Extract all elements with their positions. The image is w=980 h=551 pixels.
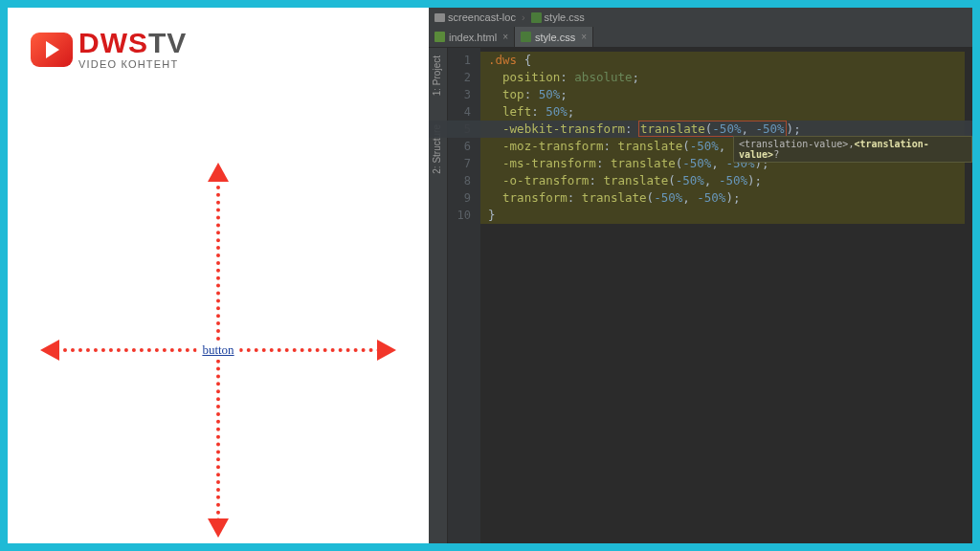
breadcrumb-folder-label: screencast-loc xyxy=(448,11,516,23)
play-icon xyxy=(31,33,73,67)
editor-tabs: index.html × style.css × xyxy=(429,27,972,48)
arrow-up-icon xyxy=(208,163,229,182)
arrow-right-icon xyxy=(377,340,396,361)
breadcrumb-folder[interactable]: screencast-loc xyxy=(434,11,516,23)
code-line: position: absolute; xyxy=(480,69,972,86)
logo: DWSTV VIDEO КОНТЕНТ xyxy=(31,29,187,70)
line-number: 8 xyxy=(448,172,480,189)
tool-project[interactable]: 1: Project xyxy=(432,55,442,96)
line-number: 2 xyxy=(448,69,480,86)
line-number: 4 xyxy=(448,103,480,121)
close-icon[interactable]: × xyxy=(581,32,587,42)
preview-panel: DWSTV VIDEO КОНТЕНТ button xyxy=(8,8,429,543)
code-line: } xyxy=(480,207,972,224)
line-number: 3 xyxy=(448,86,480,103)
logo-subtitle: VIDEO КОНТЕНТ xyxy=(78,59,187,70)
line-number: 1 xyxy=(448,52,480,69)
breadcrumb-file[interactable]: style.css xyxy=(531,11,585,23)
center-button-link[interactable]: button xyxy=(196,341,239,360)
code-area[interactable]: .dws { position: absolute; top: 50%; lef… xyxy=(480,48,972,543)
editor-panel: screencast-loc › style.css index.html × … xyxy=(429,8,972,543)
breadcrumb: screencast-loc › style.css xyxy=(429,8,972,27)
css-file-icon xyxy=(521,32,531,42)
logo-title-red: DWS xyxy=(78,27,148,58)
line-number: 7 xyxy=(448,155,480,172)
arrow-down-icon xyxy=(208,518,229,538)
html-file-icon xyxy=(434,32,445,42)
logo-title-grey: TV xyxy=(148,27,187,58)
close-icon[interactable]: × xyxy=(502,32,508,42)
breadcrumb-file-label: style.css xyxy=(545,11,585,23)
arrow-left-icon xyxy=(40,340,59,361)
code-line: left: 50%; xyxy=(480,103,972,121)
css-file-icon xyxy=(531,12,542,23)
chevron-right-icon: › xyxy=(522,11,525,23)
code-line: -o-transform: translate(-50%, -50%); xyxy=(480,172,972,189)
demo-area: button xyxy=(8,142,429,543)
tab-label: index.html xyxy=(449,32,497,43)
tab-style-css[interactable]: style.css × xyxy=(515,27,593,47)
code-line: .dws { xyxy=(480,52,972,69)
code-line: transform: translate(-50%, -50%); xyxy=(480,189,972,207)
line-number: 6 xyxy=(448,138,480,155)
tab-label: style.css xyxy=(535,32,575,43)
line-number: 10 xyxy=(448,207,480,224)
parameter-hint-tooltip: <translation-value>,<translation-value>? xyxy=(733,136,972,163)
tab-index-html[interactable]: index.html × xyxy=(429,27,515,47)
code-line: top: 50%; xyxy=(480,86,972,103)
folder-icon xyxy=(434,13,445,22)
line-number: 9 xyxy=(448,189,480,207)
